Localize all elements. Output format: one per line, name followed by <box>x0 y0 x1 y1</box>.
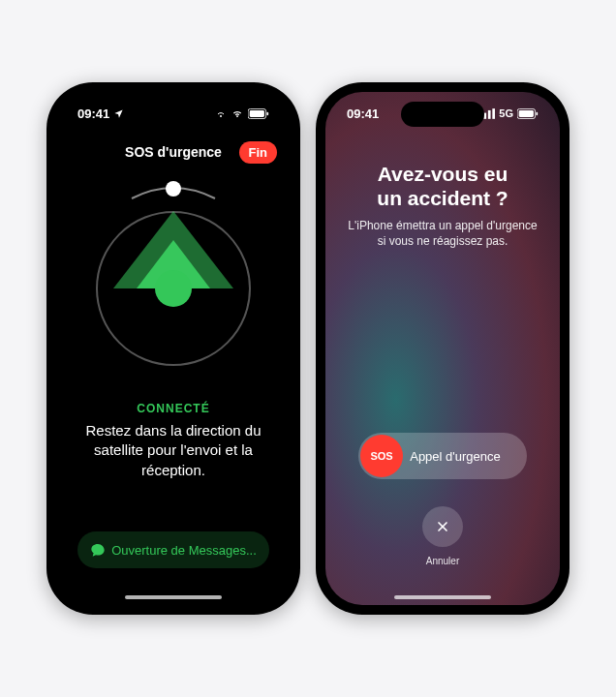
user-location-dot <box>155 270 192 307</box>
svg-rect-3 <box>266 111 268 114</box>
screen-sos-satellite: 09:41 SOS SOS d'urgence Fin <box>56 92 291 605</box>
cancel-button[interactable] <box>422 506 463 547</box>
dynamic-island <box>132 102 215 127</box>
nav-bar: SOS d'urgence Fin <box>56 135 291 169</box>
screen-crash-detection: 09:41 5G Avez-vous eu un accident ? L'iP… <box>325 92 560 605</box>
sos-slider[interactable]: SOS Appel d'urgence <box>358 433 527 479</box>
satellite-dot <box>166 181 181 197</box>
status-time: 09:41 <box>77 106 109 121</box>
satellite-status-icon <box>215 107 227 119</box>
network-label: 5G <box>499 107 513 119</box>
home-indicator[interactable] <box>125 595 222 599</box>
opening-messages-label: Ouverture de Messages... <box>111 543 257 558</box>
crash-subtext: L'iPhone émettra un appel d'urgence si v… <box>347 218 539 249</box>
svg-rect-2 <box>250 110 264 117</box>
dynamic-island <box>401 102 484 127</box>
sos-slider-knob[interactable]: SOS <box>360 435 403 477</box>
svg-rect-5 <box>484 112 487 118</box>
nav-title: SOS d'urgence <box>125 144 222 160</box>
instruction-text: Restez dans la direction du satellite po… <box>76 421 271 480</box>
svg-rect-6 <box>488 109 491 118</box>
heading-line1: Avez-vous eu <box>378 163 508 185</box>
crash-heading: Avez-vous eu un accident ? <box>345 162 540 210</box>
opening-messages-pill[interactable]: Ouverture de Messages... <box>77 531 269 568</box>
close-icon <box>435 519 450 534</box>
home-indicator[interactable] <box>394 595 491 599</box>
battery-icon <box>517 108 539 119</box>
heading-line2: un accident ? <box>377 187 508 209</box>
cancel-label: Annuler <box>325 556 560 566</box>
phone-left: 09:41 SOS SOS d'urgence Fin <box>46 82 300 615</box>
status-time: 09:41 <box>347 106 379 121</box>
wifi-icon <box>231 108 244 119</box>
end-button[interactable]: Fin <box>239 141 278 164</box>
message-icon <box>90 542 106 558</box>
svg-rect-10 <box>536 111 538 114</box>
battery-icon <box>248 108 269 119</box>
connected-status: CONNECTÉ <box>56 402 291 415</box>
svg-rect-9 <box>519 110 534 117</box>
sos-slider-label: Appel d'urgence <box>403 449 527 464</box>
location-icon <box>113 108 124 119</box>
phone-right: 09:41 5G Avez-vous eu un accident ? L'iP… <box>316 82 570 615</box>
satellite-direction-indicator <box>81 189 265 373</box>
svg-rect-7 <box>493 108 496 119</box>
svg-point-0 <box>220 115 222 117</box>
